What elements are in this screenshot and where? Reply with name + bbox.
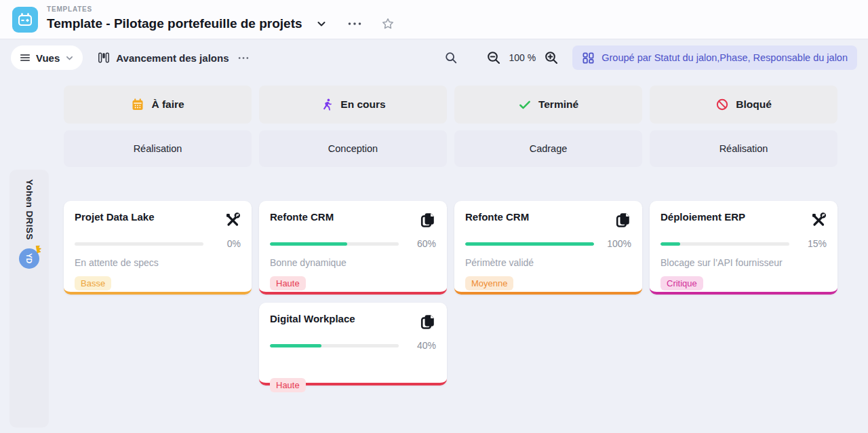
status-column-label: En cours [340,98,385,111]
search-icon[interactable] [441,48,460,67]
phase-column-header[interactable]: Conception [259,130,447,167]
views-menu-label: Vues [36,52,60,64]
chevron-down-icon [65,54,74,62]
project-card[interactable]: Refonte CRM 100% Périmètre validé Moyenn… [454,201,642,295]
crown-icon [35,244,43,254]
status-column-termine[interactable]: Terminé [454,86,642,124]
progress-percent: 40% [408,340,436,351]
category-label: TEMPLATES [47,5,397,13]
battery-icon [17,12,33,28]
phase-column-header[interactable]: Cadrage [454,130,642,167]
status-column-label: Terminé [538,98,578,111]
card-description: Périmètre validé [465,257,631,269]
card-description [270,359,436,371]
phase-label: Réalisation [719,143,768,154]
current-view[interactable]: Avancement des jalons [98,52,252,64]
project-card[interactable]: Déploiement ERP 15% Blocage sur l’API fo… [650,201,837,295]
view-toolbar: Vues Avancement des jalons 100 % [0,39,868,76]
copy-icon [615,212,631,228]
progress-bar [660,242,789,246]
priority-badge: Critique [660,276,703,290]
progress-percent: 0% [212,238,241,249]
more-options-icon[interactable] [344,19,365,29]
progress-percent: 60% [408,238,436,249]
priority-badge: Haute [270,276,306,290]
progress-bar [270,242,399,246]
progress-bar [75,242,203,246]
favorite-star-icon[interactable] [378,14,397,33]
kanban-board: À faire En cours Terminé Bloqué Réalisat… [0,76,868,433]
status-column-en-cours[interactable]: En cours [259,86,447,124]
card-description: En attente de specs [75,257,241,269]
status-column-bloque[interactable]: Bloqué [650,86,837,124]
status-column-label: À faire [151,98,184,111]
check-icon [518,98,532,111]
app-window: TEMPLATES Template - Pilotage portefeuil… [0,0,868,433]
project-card[interactable]: Digital Workplace 40% Haute [259,303,447,385]
progress-bar [270,344,399,347]
avatar-initials: YD [25,253,33,263]
blocked-icon [715,98,729,111]
phase-label: Conception [328,143,378,154]
card-title: Refonte CRM [270,211,334,223]
phase-label: Cadrage [530,143,568,154]
phase-column-header[interactable]: Réalisation [64,130,252,167]
phase-column-header[interactable]: Réalisation [650,130,837,167]
view-more-options-icon[interactable] [235,54,252,62]
project-card[interactable]: Refonte CRM 60% Bonne dynamique Haute [259,201,447,295]
card-title: Digital Workplace [270,313,355,324]
group-by-label: Groupé par Statut du jalon,Phase, Respon… [601,52,848,63]
title-chevron-down-icon[interactable] [313,16,330,32]
progress-percent: 100% [603,238,631,249]
priority-badge: Basse [75,276,111,290]
zoom-out-icon[interactable] [484,48,504,68]
swimlane-owner[interactable]: Yohen DRISS YD [9,170,49,428]
status-column-a-faire[interactable]: À faire [64,86,252,124]
progress-percent: 15% [798,238,827,249]
tools-icon [224,212,241,228]
progress-bar [465,242,594,246]
app-header: TEMPLATES Template - Pilotage portefeuil… [0,0,868,39]
card-description: Blocage sur l’API fournisseur [660,257,827,269]
template-app-icon [12,7,38,33]
grid-icon [582,52,595,64]
menu-icon [20,52,31,63]
card-description: Bonne dynamique [270,257,436,269]
status-column-label: Bloqué [736,98,772,111]
phase-label: Réalisation [134,143,182,154]
page-title: Template - Pilotage portefeuille de proj… [47,16,302,31]
swimlane-owner-name: Yohen DRISS [24,179,35,240]
priority-badge: Haute [270,378,306,392]
views-menu-button[interactable]: Vues [11,45,83,70]
card-title: Projet Data Lake [75,211,155,223]
runner-icon [320,98,334,111]
view-name: Avancement des jalons [116,52,229,64]
copy-icon [420,314,436,330]
tools-icon [810,212,827,228]
calendar-icon [131,98,144,111]
avatar: YD [19,248,39,269]
zoom-in-icon[interactable] [541,48,561,68]
group-by-button[interactable]: Groupé par Statut du jalon,Phase, Respon… [572,45,857,70]
card-title: Déploiement ERP [660,211,745,223]
priority-badge: Moyenne [465,276,513,290]
zoom-level: 100 % [509,52,536,63]
project-card[interactable]: Projet Data Lake 0% En attente de specs … [64,201,252,295]
card-title: Refonte CRM [465,211,529,223]
kanban-icon [98,52,110,64]
copy-icon [420,212,436,228]
